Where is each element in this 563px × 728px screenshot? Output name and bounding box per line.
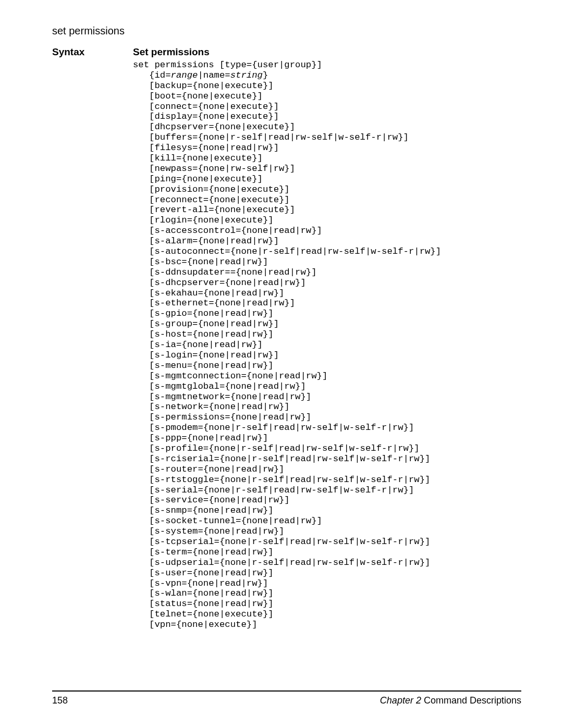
- code-line: [filesys={none|read|rw}]: [133, 143, 279, 153]
- code-line: }: [263, 70, 268, 80]
- code-line: [s-socket-tunnel={none|read|rw}]: [133, 516, 322, 526]
- code-line: [s-wlan={none|read|rw}]: [133, 588, 274, 598]
- code-line: [dhcpserver={none|execute}]: [133, 122, 295, 132]
- code-line: [s-ia={none|read|rw}]: [133, 340, 263, 350]
- code-line: [s-login={none|read|rw}]: [133, 350, 279, 360]
- code-param: string: [230, 70, 263, 80]
- code-line: [telnet={none|execute}]: [133, 609, 274, 619]
- chapter-ref: Chapter 2 Command Descriptions: [380, 695, 521, 706]
- code-line: [status={none|read|rw}]: [133, 599, 274, 609]
- code-line: [s-gpio={none|read|rw}]: [133, 309, 274, 318]
- syntax-code-block: set permissions [type={user|group}] {id=…: [133, 60, 521, 630]
- code-line: [s-network={none|read|rw}]: [133, 402, 290, 412]
- code-line: [s-autoconnect={none|r-self|read|rw-self…: [133, 246, 441, 256]
- content-row: Syntax Set permissions set permissions […: [52, 46, 521, 630]
- chapter-label: Chapter 2: [380, 695, 421, 706]
- code-line: [s-user={none|read|rw}]: [133, 568, 274, 578]
- code-line: [revert-all={none|execute}]: [133, 205, 295, 215]
- code-line: |name=: [198, 70, 230, 80]
- subheading: Set permissions: [133, 46, 521, 58]
- document-page: set permissions Syntax Set permissions s…: [0, 0, 563, 728]
- code-line: [s-group={none|read|rw}]: [133, 319, 279, 329]
- code-line: [s-dhcpserver={none|read|rw}]: [133, 278, 306, 288]
- code-line: [s-host={none|read|rw}]: [133, 329, 274, 339]
- code-line: [vpn={none|execute}]: [133, 620, 258, 630]
- page-header-title: set permissions: [52, 25, 521, 37]
- code-line: [reconnect={none|execute}]: [133, 195, 290, 205]
- code-line: [boot={none|execute}]: [133, 91, 263, 101]
- code-line: [s-rtstoggle={none|r-self|read|rw-self|w…: [133, 475, 430, 485]
- code-line: [newpass={none|rw-self|rw}]: [133, 164, 295, 174]
- code-line: [s-ekahau={none|read|rw}]: [133, 288, 284, 298]
- code-line: [backup={none|execute}]: [133, 81, 274, 91]
- code-line: set permissions [type={user|group}]: [133, 60, 322, 70]
- code-line: [ping={none|execute}]: [133, 174, 263, 184]
- code-line: [s-mgmtglobal={none|read|rw}]: [133, 381, 306, 391]
- code-line: [buffers={none|r-self|read|rw-self|w-sel…: [133, 132, 409, 142]
- code-line: [s-tcpserial={none|r-self|read|rw-self|w…: [133, 537, 430, 547]
- code-line: [s-service={none|read|rw}]: [133, 495, 290, 505]
- code-line: [s-snmp={none|read|rw}]: [133, 505, 274, 515]
- code-line: [s-accesscontrol={none|read|rw}]: [133, 226, 322, 236]
- code-line: [s-udpserial={none|r-self|read|rw-self|w…: [133, 558, 430, 567]
- footer-rule: [52, 690, 521, 692]
- code-line: [s-ethernet={none|read|rw}]: [133, 298, 295, 308]
- code-line: [s-mgmtconnection={none|read|rw}]: [133, 371, 327, 381]
- code-line: [s-menu={none|read|rw}]: [133, 361, 274, 371]
- code-line: [rlogin={none|execute}]: [133, 215, 274, 225]
- code-line: [s-alarm={none|read|rw}]: [133, 236, 279, 246]
- code-line: [display={none|execute}]: [133, 112, 279, 121]
- code-line: [s-permissions={none|read|rw}]: [133, 412, 311, 422]
- code-line: [s-ppp={none|read|rw}]: [133, 433, 268, 443]
- code-line: [s-ddnsupdater=={none|read|rw}]: [133, 267, 317, 277]
- code-line: [connect={none|execute}]: [133, 102, 279, 112]
- code-line: [s-vpn={none|read|rw}]: [133, 578, 268, 588]
- syntax-label: Syntax: [52, 46, 133, 58]
- syntax-column: Syntax: [52, 46, 133, 58]
- page-number: 158: [52, 695, 68, 706]
- chapter-title: Command Descriptions: [421, 695, 521, 706]
- code-line: [s-pmodem={none|r-self|read|rw-self|w-se…: [133, 423, 414, 433]
- code-line: [s-rciserial={none|r-self|read|rw-self|w…: [133, 454, 430, 464]
- code-line: {id=: [133, 70, 171, 80]
- code-line: [kill={none|execute}]: [133, 153, 263, 163]
- code-line: [s-system={none|read|rw}]: [133, 526, 284, 536]
- code-line: [s-profile={none|r-self|read|rw-self|w-s…: [133, 443, 420, 453]
- code-line: [s-mgmtnetwork={none|read|rw}]: [133, 392, 311, 402]
- code-line: [s-router={none|read|rw}]: [133, 464, 284, 474]
- code-param: range: [171, 70, 198, 80]
- description-column: Set permissions set permissions [type={u…: [133, 46, 521, 630]
- code-line: [s-bsc={none|read|rw}]: [133, 257, 268, 267]
- page-footer: 158 Chapter 2 Command Descriptions: [52, 695, 521, 706]
- code-line: [s-serial={none|r-self|read|rw-self|w-se…: [133, 485, 414, 495]
- code-line: [provision={none|execute}]: [133, 184, 290, 194]
- code-line: [s-term={none|read|rw}]: [133, 547, 274, 557]
